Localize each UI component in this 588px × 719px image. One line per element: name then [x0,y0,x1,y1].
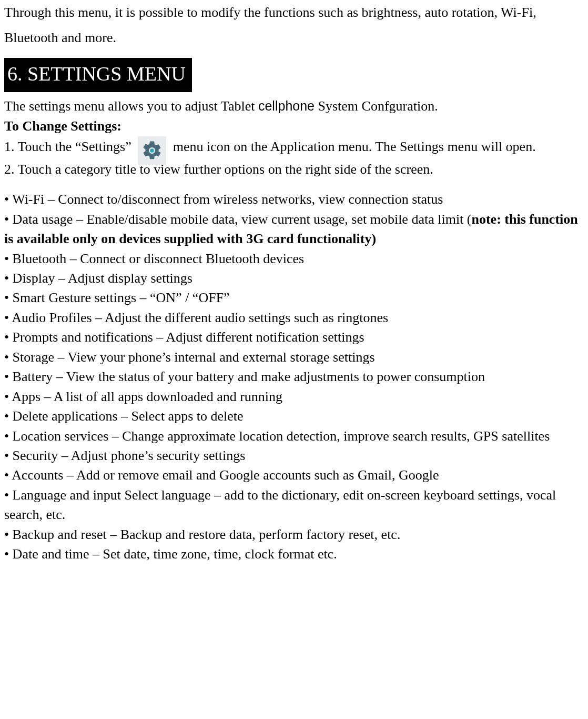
bullet-bluetooth: • Bluetooth – Connect or disconnect Blue… [4,249,584,268]
bullet-audio: • Audio Profiles – Adjust the different … [4,308,584,327]
section-heading: 6. SETTINGS MENU [4,58,192,92]
settings-desc-part1: The settings menu allows you to adjust T… [4,98,258,114]
bullet-battery: • Battery – View the status of your batt… [4,367,584,386]
bullet-security: • Security – Adjust phone’s security set… [4,446,584,465]
bullet-delete-apps: • Delete applications – Select apps to d… [4,406,584,426]
step-1: 1. Touch the “Settings” menu icon on the… [4,136,584,159]
bullet-prompts: • Prompts and notifications – Adjust dif… [4,327,584,347]
bullet-apps: • Apps – A list of all apps downloaded a… [4,387,584,406]
to-change-settings: To Change Settings: [4,116,584,136]
step1-part-a: 1. Touch the “Settings” [4,139,135,154]
settings-icon [138,136,166,165]
bullet-language: • Language and input Select language – a… [4,485,584,525]
settings-menu-description: The settings menu allows you to adjust T… [4,96,584,116]
settings-desc-part2: System Confguration. [315,98,438,114]
bullet-storage: • Storage – View your phone’s internal a… [4,347,584,367]
bullet-backup: • Backup and reset – Backup and restore … [4,525,584,544]
svg-point-0 [150,148,154,153]
to-change-label: To Change Settings: [4,118,121,134]
settings-bullet-list: • Wi-Fi – Connect to/disconnect from wir… [4,189,584,564]
bullet-datetime: • Date and time – Set date, time zone, t… [4,544,584,564]
bullet-location: • Location services – Change approximate… [4,426,584,446]
intro-text: Through this menu, it is possible to mod… [4,0,584,51]
bullet-accounts: • Accounts – Add or remove email and Goo… [4,465,584,485]
step-2: 2. Touch a category title to view furthe… [4,159,584,179]
step1-part-b: menu icon on the Application menu. The S… [169,139,535,154]
bullet-wifi: • Wi-Fi – Connect to/disconnect from wir… [4,189,584,209]
bullet-display: • Display – Adjust display settings [4,268,584,288]
bullet-data-usage-text: • Data usage – Enable/disable mobile dat… [4,212,471,227]
settings-desc-cellphone: cellphone [258,98,315,113]
bullet-data-usage: • Data usage – Enable/disable mobile dat… [4,209,584,249]
bullet-smart-gesture: • Smart Gesture settings – “ON” / “OFF” [4,288,584,307]
